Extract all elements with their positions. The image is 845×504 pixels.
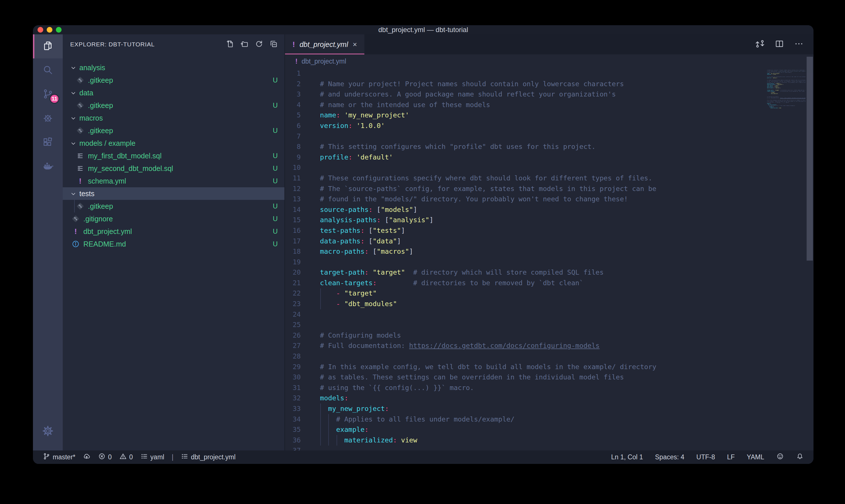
- status-item-task-yaml[interactable]: yaml: [140, 452, 164, 462]
- status-item-language-mode[interactable]: YAML: [747, 453, 764, 461]
- line-number: 26: [285, 330, 301, 341]
- code-line-12[interactable]: 12# The `source-paths` config, for examp…: [285, 183, 759, 194]
- status-item-task-dbt-project[interactable]: dbt_project.yml: [181, 452, 235, 462]
- tree-item--gitignore[interactable]: .gitignoreU: [63, 213, 284, 225]
- code-text: # This setting configures which "profile…: [320, 142, 595, 152]
- activity-item-search[interactable]: [33, 58, 63, 83]
- code-line-14[interactable]: 14source-paths: ["models"]: [285, 204, 759, 215]
- tab-dbt-project-yml[interactable]: ! dbt_project.yml ×: [285, 34, 364, 54]
- editor-scrollbar[interactable]: [807, 57, 813, 260]
- code-line-20[interactable]: 20target-path: "target" # directory whic…: [285, 267, 759, 278]
- code-line-1[interactable]: 1: [285, 68, 759, 79]
- code-line-4[interactable]: 4# name or the intended use of these mod…: [285, 100, 759, 110]
- indent-guide: [320, 299, 321, 309]
- chevron-down-icon: [70, 115, 76, 121]
- code-line-26[interactable]: 26# Configuring models: [285, 330, 759, 341]
- tree-item--gitkeep[interactable]: .gitkeepU: [63, 124, 284, 137]
- status-item-warnings[interactable]: 0: [119, 452, 133, 462]
- tree-item-models-example[interactable]: models / example: [63, 137, 284, 149]
- code-line-10[interactable]: 10: [285, 162, 759, 173]
- code-line-13[interactable]: 13# found in the "models/" directory. Yo…: [285, 194, 759, 204]
- status-item-git-branch[interactable]: master*: [43, 452, 75, 462]
- close-icon[interactable]: ×: [353, 41, 357, 48]
- code-line-27[interactable]: 27# Full documentation: https://docs.get…: [285, 341, 759, 351]
- activity-item-source-control[interactable]: 11: [33, 83, 63, 107]
- code-line-3[interactable]: 3# and underscores. A good package name …: [285, 89, 759, 100]
- code-line-19[interactable]: 19: [285, 257, 759, 268]
- window-body: 11 EXPLORER: DBT-TUTORIAL analysis.gitke…: [33, 34, 813, 450]
- code-line-8[interactable]: 8# This setting configures which "profil…: [285, 142, 759, 152]
- breadcrumb[interactable]: ! dbt_project.yml: [285, 54, 813, 68]
- activity-item-explorer[interactable]: [33, 34, 63, 58]
- code-editor[interactable]: 12# Name your project! Project names sho…: [285, 68, 813, 450]
- status-item-feedback[interactable]: [776, 452, 784, 462]
- ellipsis-icon[interactable]: [794, 39, 804, 50]
- code-line-2[interactable]: 2# Name your project! Project names shou…: [285, 79, 759, 89]
- status-item-publish-changes[interactable]: [83, 452, 91, 462]
- line-number: 25: [285, 320, 301, 330]
- code-line-32[interactable]: 32models:: [285, 393, 759, 403]
- tree-item-readme-md[interactable]: README.mdU: [63, 238, 284, 250]
- code-line-9[interactable]: 9profile: 'default': [285, 152, 759, 163]
- code-line-16[interactable]: 16test-paths: ["tests"]: [285, 226, 759, 236]
- activity-item-debug[interactable]: [33, 107, 63, 130]
- code-line-34[interactable]: 34 # Applies to all files under models/e…: [285, 414, 759, 425]
- tree-item--gitkeep[interactable]: .gitkeepU: [63, 200, 284, 213]
- code-line-28[interactable]: 28: [285, 351, 759, 362]
- line-number: 18: [285, 246, 301, 257]
- status-item-indentation[interactable]: Spaces: 4: [655, 453, 684, 461]
- tree-item-schema-yml[interactable]: !schema.ymlU: [63, 175, 284, 187]
- git-status-untracked-badge: U: [266, 164, 284, 173]
- code-line-21[interactable]: 21clean-targets: # directories to be rem…: [285, 278, 759, 288]
- status-item-cursor-position[interactable]: Ln 1, Col 1: [611, 453, 643, 461]
- activity-item-docker[interactable]: [33, 155, 63, 179]
- tree-item-dbt-project-yml[interactable]: !dbt_project.ymlU: [63, 225, 284, 238]
- code-line-30[interactable]: 30# as tables. These settings can be ove…: [285, 372, 759, 382]
- tree-item--gitkeep[interactable]: .gitkeepU: [63, 74, 284, 87]
- activity-item-extensions[interactable]: [33, 130, 63, 155]
- code-line-31[interactable]: 31# using the `{{ config(...) }}` macro.: [285, 382, 759, 393]
- git-status-untracked-badge: U: [266, 177, 284, 185]
- new-folder-icon[interactable]: [240, 39, 249, 50]
- status-item-encoding[interactable]: UTF-8: [696, 453, 715, 461]
- status-item-errors[interactable]: 0: [98, 452, 112, 462]
- code-line-22[interactable]: 22 - "target": [285, 288, 759, 299]
- code-line-11[interactable]: 11# These configurations specify where d…: [285, 173, 759, 183]
- code-line-15[interactable]: 15analysis-paths: ["analysis"]: [285, 215, 759, 226]
- code-line-29[interactable]: 29# In this example config, we tell dbt …: [285, 362, 759, 372]
- tree-item-my-first-dbt-model-sql[interactable]: my_first_dbt_model.sqlU: [63, 149, 284, 162]
- code-line-25[interactable]: 25: [285, 320, 759, 330]
- code-line-36[interactable]: 36 materialized: view: [285, 435, 759, 446]
- code-line-33[interactable]: 33 my_new_project:: [285, 403, 759, 414]
- code-text: profile: 'default': [320, 152, 393, 163]
- collapse-all-icon[interactable]: [269, 39, 278, 50]
- tree-item-data[interactable]: data: [63, 87, 284, 99]
- split-editor-icon[interactable]: [775, 39, 784, 50]
- diff-icon[interactable]: [755, 39, 765, 50]
- code-line-35[interactable]: 35 example:: [285, 425, 759, 435]
- code-line-17[interactable]: 17data-paths: ["data"]: [285, 236, 759, 247]
- status-item-eol[interactable]: LF: [727, 453, 735, 461]
- breadcrumb-file[interactable]: dbt_project.yml: [302, 57, 346, 65]
- tree-item-analysis[interactable]: analysis: [63, 61, 284, 74]
- title-bar: dbt_project.yml — dbt-tutorial: [33, 25, 813, 34]
- minimap[interactable]: # Name your project! Project names shoul…: [767, 69, 806, 110]
- status-item-notifications[interactable]: [796, 452, 804, 462]
- code-line-37[interactable]: 37: [285, 445, 759, 450]
- refresh-icon[interactable]: [255, 39, 264, 50]
- code-line-18[interactable]: 18macro-paths: ["macros"]: [285, 246, 759, 257]
- tree-item--gitkeep[interactable]: .gitkeepU: [63, 99, 284, 112]
- new-file-icon[interactable]: [226, 39, 234, 50]
- activity-item-settings[interactable]: [33, 419, 63, 444]
- tree-item-tests[interactable]: tests: [63, 187, 284, 200]
- code-line-6[interactable]: 6version: '1.0.0': [285, 121, 759, 131]
- yaml-alert-icon: !: [295, 58, 298, 65]
- tree-item-my-second-dbt-model-sql[interactable]: my_second_dbt_model.sqlU: [63, 162, 284, 175]
- code-text: name: 'my_new_project': [320, 110, 409, 121]
- code-line-5[interactable]: 5name: 'my_new_project': [285, 110, 759, 121]
- tree-item-macros[interactable]: macros: [63, 112, 284, 124]
- code-line-23[interactable]: 23 - "dbt_modules": [285, 299, 759, 309]
- code-line-7[interactable]: 7: [285, 131, 759, 142]
- code-line-24[interactable]: 24: [285, 309, 759, 320]
- file-tree: analysis.gitkeepUdata.gitkeepUmacros.git…: [63, 61, 284, 250]
